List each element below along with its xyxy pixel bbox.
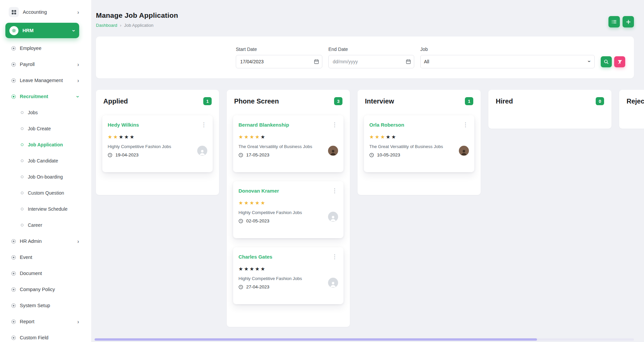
sidebar-item-hr-admin[interactable]: HR Admin › <box>5 233 79 249</box>
sidebar-item-document[interactable]: Document <box>5 265 79 281</box>
column-cards <box>625 109 644 121</box>
submenu-item-label: Career <box>28 222 42 228</box>
star-icon: ★ <box>369 134 375 140</box>
star-icon: ★ <box>244 266 249 272</box>
job-title: Highly Competitive Fashion Jobs <box>238 210 302 215</box>
star-icon: ★ <box>244 200 249 206</box>
job-select-field[interactable]: All <box>420 55 595 68</box>
card-header: Bernard Blankenship ⋮ <box>238 122 338 128</box>
bullet-icon <box>21 208 23 210</box>
candidate-name-link[interactable]: Hedy Wilkins <box>108 122 139 128</box>
application-card[interactable]: Orla Roberson ⋮ ★★★★★ The Great Versatil… <box>364 115 474 172</box>
column-title: Interview <box>365 97 394 105</box>
kebab-menu-icon[interactable]: ⋮ <box>331 188 338 194</box>
kebab-menu-icon[interactable]: ⋮ <box>331 254 338 260</box>
application-card[interactable]: Donovan Kramer ⋮ ★★★★★ Highly Competitiv… <box>233 181 343 238</box>
submenu-item-label: Job Create <box>28 126 51 131</box>
sidebar-item-company-policy[interactable]: Company Policy <box>5 281 79 297</box>
application-card[interactable]: Charles Gates ⋮ ★★★★★ Highly Competitive… <box>233 247 343 304</box>
column-cards: Bernard Blankenship ⋮ ★★★★★ The Great Ve… <box>232 115 344 319</box>
bullet-icon <box>21 224 23 226</box>
star-icon: ★ <box>391 134 397 140</box>
sidebar-item-custom-field[interactable]: Custom Field <box>5 330 79 342</box>
candidate-name-link[interactable]: Bernard Blankenship <box>238 122 289 128</box>
star-icon: ★ <box>130 134 135 140</box>
custom-field-icon <box>11 336 16 340</box>
grid-icon <box>9 7 19 17</box>
start-date-group: Start Date <box>236 47 322 68</box>
submenu-item-jobs[interactable]: Jobs <box>21 105 79 121</box>
rating-stars: ★★★★★ <box>238 266 338 271</box>
list-view-button[interactable] <box>608 16 620 27</box>
sidebar-item-hrm[interactable]: HRM › <box>5 23 79 38</box>
sidebar-item-payroll[interactable]: Payroll › <box>5 56 79 72</box>
header-actions <box>608 16 634 27</box>
submenu-item-label: Custom Question <box>28 190 64 196</box>
submenu-item-label: Job On-boarding <box>28 174 63 180</box>
event-icon <box>11 255 16 260</box>
star-icon: ★ <box>386 134 391 140</box>
column-header: Applied 1 <box>101 95 214 105</box>
column-count-badge: 3 <box>334 97 342 105</box>
add-job-application-button[interactable] <box>623 16 634 27</box>
column-header: Phone Screen 3 <box>232 95 344 105</box>
candidate-name-link[interactable]: Charles Gates <box>238 254 272 260</box>
application-card[interactable]: Hedy Wilkins ⋮ ★★★★★ Highly Competitive … <box>102 115 213 172</box>
kebab-menu-icon[interactable]: ⋮ <box>331 122 338 128</box>
clock-icon <box>108 153 112 157</box>
submenu-item-custom-question[interactable]: Custom Question <box>21 185 79 201</box>
star-icon: ★ <box>108 134 113 140</box>
report-icon <box>11 320 16 324</box>
column-title: Phone Screen <box>234 97 279 105</box>
sidebar-item-label: Event <box>20 255 79 260</box>
submenu-item-job-candidate[interactable]: Job Candidate <box>21 153 79 169</box>
sidebar-item-label: Leave Management <box>20 78 73 83</box>
company-policy-icon <box>11 287 16 292</box>
sidebar-item-leave-management[interactable]: Leave Management › <box>5 72 79 88</box>
card-meta: The Great Versatility of Business Jobs 1… <box>238 144 312 157</box>
bullet-icon <box>21 159 23 162</box>
sidebar-item-system-setup[interactable]: System Setup <box>5 297 79 314</box>
list-icon <box>611 19 617 24</box>
submenu-item-job-application[interactable]: Job Application <box>21 137 79 153</box>
submenu-item-interview-schedule[interactable]: Interview Schedule <box>21 201 79 217</box>
kebab-menu-icon[interactable]: ⋮ <box>462 122 469 128</box>
sidebar-item-label: Payroll <box>20 62 73 67</box>
breadcrumb-dashboard-link[interactable]: Dashboard <box>96 23 117 28</box>
application-card[interactable]: Bernard Blankenship ⋮ ★★★★★ The Great Ve… <box>233 115 343 172</box>
sidebar-item-label: HR Admin <box>20 238 73 244</box>
sidebar-item-employee[interactable]: Employee <box>5 40 79 56</box>
star-icon: ★ <box>250 200 255 206</box>
kanban-column-interview: Interview 1 Orla Roberson ⋮ ★★★★★ The Gr… <box>358 90 481 195</box>
start-date-field[interactable] <box>236 55 322 68</box>
sidebar-item-recruitment[interactable]: Recruitment › <box>5 88 79 105</box>
candidate-name-link[interactable]: Donovan Kramer <box>238 188 279 194</box>
sidebar-item-accounting[interactable]: Accounting › <box>5 4 79 20</box>
applied-date: 27-04-2023 <box>238 284 302 289</box>
clock-icon <box>369 153 374 157</box>
sidebar: Accounting › HRM › Employee Payroll › Le… <box>0 0 91 342</box>
chevron-right-icon: › <box>77 238 79 244</box>
calendar-icon[interactable] <box>314 59 319 64</box>
submenu-item-job-onboarding[interactable]: Job On-boarding <box>21 169 79 185</box>
kebab-menu-icon[interactable]: ⋮ <box>200 122 207 128</box>
end-date-field[interactable] <box>328 55 414 68</box>
column-header: Hired 0 <box>494 95 606 105</box>
submenu-item-job-create[interactable]: Job Create <box>21 121 79 137</box>
search-button[interactable] <box>601 56 612 67</box>
column-title: Rejected <box>627 97 644 105</box>
sidebar-item-label: Accounting <box>23 9 73 15</box>
sidebar-item-event[interactable]: Event <box>5 249 79 265</box>
submenu-item-label: Jobs <box>28 110 38 115</box>
reset-filter-button[interactable] <box>614 56 625 67</box>
page-header-left: Manage Job Application Dashboard › Job A… <box>96 11 178 28</box>
card-header: Orla Roberson ⋮ <box>369 122 469 128</box>
calendar-icon[interactable] <box>406 59 411 64</box>
star-icon: ★ <box>244 134 249 140</box>
candidate-name-link[interactable]: Orla Roberson <box>369 122 404 128</box>
horizontal-scrollbar-thumb[interactable] <box>95 338 537 341</box>
sidebar-item-report[interactable]: Report › <box>5 314 79 330</box>
employee-icon <box>11 46 16 51</box>
card-header: Donovan Kramer ⋮ <box>238 188 338 194</box>
submenu-item-career[interactable]: Career <box>21 217 79 233</box>
